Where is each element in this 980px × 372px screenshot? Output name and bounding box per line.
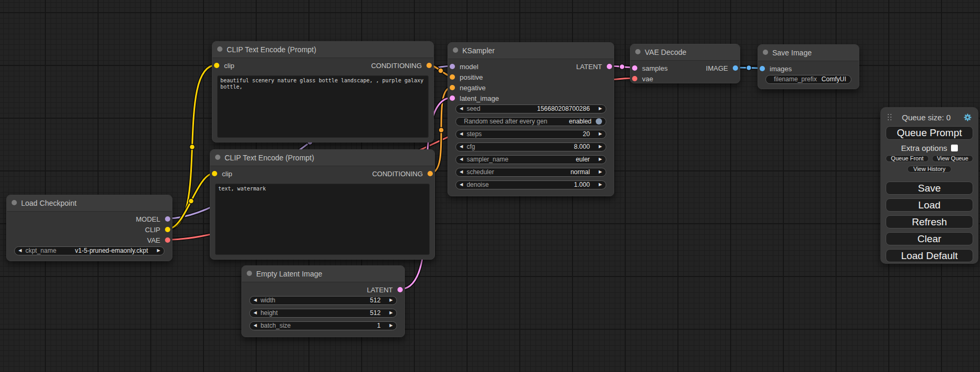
settings-gear-icon[interactable] (964, 113, 972, 121)
link-midpoint-dot (438, 68, 443, 73)
queue-front-button[interactable]: Queue Front (886, 155, 929, 162)
link-midpoint-dot (439, 128, 444, 133)
clear-button[interactable]: Clear (886, 232, 973, 245)
comfy-menu: Queue size: 0 Queue Prompt Extra options… (880, 107, 978, 264)
link-wires (0, 0, 980, 372)
history-pill-row: View History (886, 166, 973, 173)
load-default-button[interactable]: Load Default (886, 249, 973, 262)
extra-options-row: Extra options (886, 144, 973, 152)
extra-options-label: Extra options (901, 144, 947, 152)
link-midpoint-dot (399, 156, 404, 161)
save-button[interactable]: Save (886, 182, 973, 195)
view-history-button[interactable]: View History (907, 166, 952, 173)
link-midpoint-dot (424, 191, 429, 196)
link-midpoint-dot (619, 64, 625, 70)
refresh-button[interactable]: Refresh (886, 215, 973, 228)
view-queue-button[interactable]: View Queue (932, 155, 973, 162)
menu-header: Queue size: 0 (886, 108, 973, 126)
load-button[interactable]: Load (886, 198, 973, 212)
queue-size-label: Queue size: 0 (889, 113, 964, 122)
queue-prompt-button[interactable]: Queue Prompt (886, 126, 973, 140)
queue-pill-row: Queue Front View Queue (886, 155, 973, 162)
extra-options-checkbox[interactable] (951, 145, 958, 151)
link-midpoint-dot (307, 140, 313, 145)
link-midpoint-dot (190, 145, 195, 150)
link-midpoint-dot (189, 198, 194, 204)
link-midpoint-dot (746, 65, 752, 71)
